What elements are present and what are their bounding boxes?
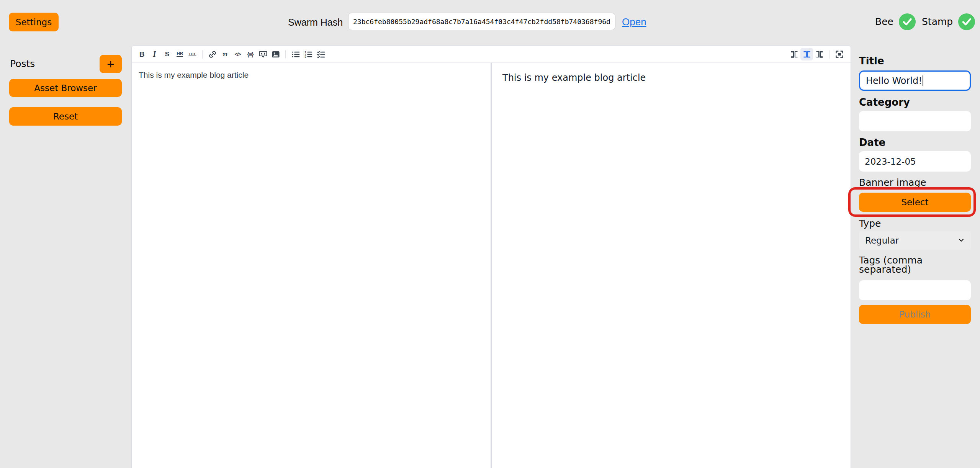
quote-button[interactable]: ” [219, 48, 231, 61]
type-label: Type [859, 219, 971, 228]
layout-editor-only-icon [790, 50, 799, 59]
strike-button[interactable]: S [161, 48, 173, 61]
code-button[interactable]: </> [231, 48, 244, 61]
task-list-button[interactable] [314, 48, 327, 61]
task-list-icon [316, 50, 326, 59]
code-block-button[interactable]: {≡} [244, 48, 257, 61]
ordered-list-icon: 123 [304, 50, 313, 59]
toolbar-separator [202, 50, 203, 59]
italic-button[interactable]: I [148, 48, 161, 61]
italic-icon: I [153, 50, 156, 59]
title-input[interactable]: Hello World! [859, 70, 971, 91]
quote-icon: ” [222, 50, 228, 59]
settings-button[interactable]: Settings [9, 13, 59, 31]
toolbar-separator [285, 50, 286, 59]
tags-input[interactable] [859, 280, 971, 300]
tags-label: Tags (comma separated) [859, 256, 971, 274]
layout-preview-only-icon [815, 50, 824, 59]
ordered-list-button[interactable]: 123 [302, 48, 314, 61]
editor-container: B I S HR TITL ” </> {≡} [131, 46, 851, 468]
properties-panel: Title Hello World! Category Date 2023-12… [851, 44, 980, 468]
toolbar-separator [829, 50, 829, 59]
type-value: Regular [865, 236, 899, 245]
stamp-check-icon [958, 13, 975, 30]
layout-editor-only-button[interactable] [788, 48, 800, 61]
bullet-list-icon [291, 50, 300, 59]
html-block-icon [258, 50, 268, 59]
link-icon [208, 50, 217, 59]
type-select[interactable]: Regular [859, 231, 971, 250]
posts-section-header: Posts + [10, 55, 122, 73]
reset-button[interactable]: Reset [9, 107, 122, 126]
text-cursor [923, 75, 923, 86]
bee-status: Bee [875, 13, 916, 30]
swarm-hash-input[interactable]: 23bc6feb80055b29adf68a8c7b7a16a454f03c4f… [348, 13, 615, 30]
fullscreen-button[interactable] [833, 48, 846, 61]
category-label: Category [859, 98, 971, 107]
stamp-status: Stamp [922, 13, 975, 30]
swarm-hash-label: Swarm Hash [288, 17, 343, 28]
bullet-list-button[interactable] [289, 48, 302, 61]
html-block-button[interactable] [257, 48, 269, 61]
title-heading-button[interactable]: TITL [186, 48, 199, 61]
layout-split-button[interactable] [800, 48, 813, 61]
stamp-label: Stamp [922, 13, 953, 30]
svg-text:3: 3 [304, 55, 306, 58]
layout-split-icon [802, 50, 811, 59]
bee-check-icon [899, 13, 916, 30]
layout-preview-only-button[interactable] [813, 48, 826, 61]
title-label: Title [859, 56, 971, 65]
strike-icon: S [165, 51, 169, 58]
preview-pane: This is my example blog article [492, 63, 851, 468]
image-button[interactable] [269, 48, 282, 61]
open-link[interactable]: Open [622, 16, 646, 28]
category-input[interactable] [859, 111, 971, 131]
title-value: Hello World! [866, 75, 922, 86]
title-heading-icon: TITL [188, 52, 196, 57]
fullscreen-icon [835, 50, 844, 59]
posts-heading: Posts [10, 58, 35, 69]
chevron-down-icon [958, 236, 965, 245]
date-input[interactable]: 2023-12-05 [859, 151, 971, 172]
editor-toolbar: B I S HR TITL ” </> {≡} [132, 46, 851, 63]
add-post-button[interactable]: + [100, 55, 122, 73]
code-icon: </> [235, 51, 241, 57]
date-label: Date [859, 138, 971, 147]
banner-image-label: Banner image [859, 178, 971, 187]
markdown-editor[interactable]: This is my example blog article [132, 63, 491, 468]
code-block-icon: {≡} [247, 51, 253, 57]
link-button[interactable] [206, 48, 219, 61]
horizontal-rule-button[interactable]: HR [173, 48, 186, 61]
asset-browser-button[interactable]: Asset Browser [9, 79, 122, 97]
publish-button[interactable]: Publish [859, 305, 971, 324]
select-banner-button[interactable]: Select [859, 193, 971, 212]
horizontal-rule-icon: HR [177, 51, 183, 57]
bold-icon: B [139, 50, 145, 59]
editor-panes: This is my example blog article This is … [132, 63, 851, 468]
bold-button[interactable]: B [136, 48, 148, 61]
bee-label: Bee [875, 13, 893, 30]
image-icon [271, 50, 280, 59]
